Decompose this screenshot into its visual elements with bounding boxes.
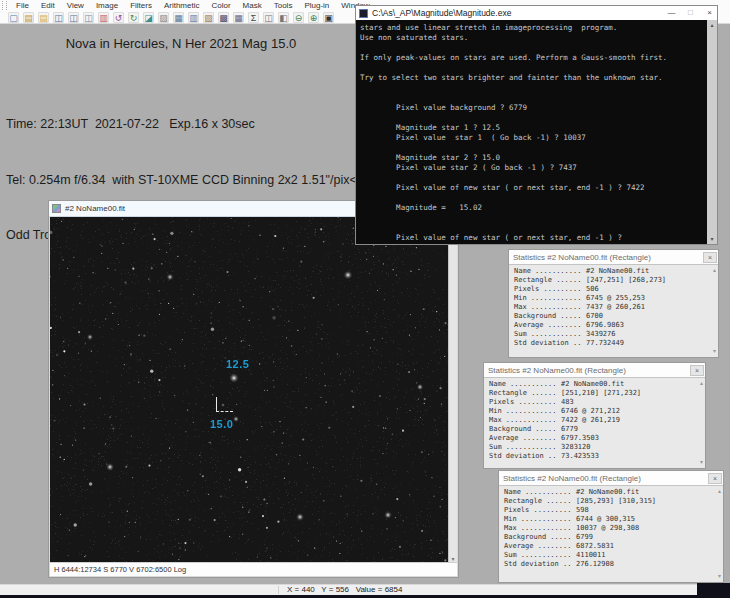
copy-icon[interactable]: ◪ [143, 12, 154, 23]
statistics-titlebar[interactable]: Statistics #2 NoName00.fit (Rectangle) × [499, 471, 723, 486]
scroll-up-icon[interactable]: ▴ [718, 487, 721, 494]
menu-item[interactable]: Image [90, 0, 124, 11]
stat-label: Pixels ......... [504, 506, 576, 515]
statistics-titlebar[interactable]: Statistics #2 NoName00.fit (Rectangle) × [484, 363, 705, 378]
table-row: Name ........... #2 NoName00.fit [489, 380, 695, 389]
console-line [360, 193, 707, 203]
stat-label: Std deviation .. [489, 452, 561, 461]
scroll-down-icon[interactable]: ▾ [707, 234, 717, 244]
console-line: Pixel value background ? 6779 [360, 103, 707, 113]
statistics-icon[interactable]: ▧ [203, 12, 214, 23]
close-button[interactable]: × [690, 365, 704, 376]
table-row: Pixels ......... 483 [489, 398, 695, 407]
stat-value: 6746 @ 271,212 [561, 407, 620, 416]
menu-item[interactable]: Filters [124, 0, 158, 11]
histogram-icon[interactable]: ▥ [188, 12, 199, 23]
statistics-titlebar[interactable]: Statistics #2 NoName00.fit (Rectangle) × [509, 250, 718, 265]
window-cascade-icon[interactable]: ◧ [278, 12, 289, 23]
stat-value: 3283120 [561, 443, 591, 452]
table-row: Average ........ 6796.9863 [514, 321, 708, 330]
stat-value: 6797.3503 [561, 434, 599, 443]
table-row: Sum ............ 3283120 [489, 443, 695, 452]
taskbar-corner [697, 583, 730, 598]
preview-icon[interactable]: ▩ [218, 12, 229, 23]
stat-value: 73.423533 [561, 452, 599, 461]
scroll-down-icon[interactable]: ▾ [718, 572, 721, 579]
zoom-out-icon[interactable]: ⊖ [293, 12, 304, 23]
table-row: Std deviation .. 276.12908 [504, 560, 713, 569]
console-line [360, 173, 707, 183]
undo-icon[interactable]: ↺ [113, 12, 124, 23]
console-line [360, 223, 707, 233]
statistics-title: Statistics #2 NoName00.fit (Rectangle) [488, 366, 626, 375]
scroll-up-icon[interactable]: ▴ [707, 20, 717, 30]
grid-icon[interactable]: ▦ [233, 12, 244, 23]
menu-item[interactable]: Tools [268, 0, 299, 11]
close-file-icon[interactable]: ▥ [98, 12, 109, 23]
image-file-icon [52, 204, 61, 213]
close-button[interactable]: × [708, 473, 722, 484]
console-line: stars and use linear stretch in imagepro… [360, 23, 707, 33]
menu-item[interactable]: Edit [35, 0, 61, 11]
save-copy-icon[interactable]: ◫ [83, 12, 94, 23]
stat-value: 4110011 [576, 551, 606, 560]
console-line: Try to select two stars brighter and fai… [360, 73, 707, 83]
image-status-bar: H 6444:12734 S 6770 V 6702:6500 Log [50, 562, 457, 576]
stat-value: #2 NoName00.fit [576, 488, 639, 497]
close-button[interactable]: × [702, 6, 717, 20]
star-field-canvas[interactable] [50, 217, 449, 564]
scroll-up-icon[interactable]: ▴ [700, 379, 703, 386]
stat-label: Sum ............ [514, 330, 586, 339]
table-row: Std deviation .. 77.732449 [514, 339, 708, 348]
table-row: Rectangle ...... [247,251] [268,273] [514, 276, 708, 285]
table-row: Max ............ 10037 @ 298,308 [504, 524, 713, 533]
console-line: Pixel value star 2 ( Go back -1 ) ? 7437 [360, 163, 707, 173]
nova-marker-icon [216, 397, 233, 412]
stat-value: 6745 @ 255,253 [586, 294, 645, 303]
statistics-window-1: Statistics #2 NoName00.fit (Rectangle) ×… [508, 249, 719, 358]
menu-item[interactable]: Plug-in [298, 0, 335, 11]
stat-label: Background ..... [489, 425, 561, 434]
new-file-icon[interactable]: ▢ [8, 12, 19, 23]
scroll-down-icon[interactable]: ▾ [700, 458, 703, 465]
menu-item[interactable]: Arithmetic [158, 0, 206, 11]
menu-item[interactable]: Color [205, 0, 236, 11]
minimize-button[interactable]: — [664, 6, 679, 20]
statistics-table: Name ........... #2 NoName00.fit Rectang… [499, 485, 713, 569]
zoom-in-icon[interactable]: ⊕ [308, 12, 319, 23]
stat-value: [285,293] [310,315] [576, 497, 656, 506]
stat-value: 6744 @ 300,315 [576, 515, 635, 524]
window-tile-icon[interactable]: ◫ [263, 12, 274, 23]
table-row: Name ........... #2 NoName00.fit [514, 267, 708, 276]
console-title: C:\As\_AP\Magnitude\Magnitude.exe [372, 8, 660, 18]
sigma-icon[interactable]: Σ [248, 12, 259, 23]
redo-icon[interactable]: ↻ [128, 12, 139, 23]
maximize-button[interactable]: □ [683, 6, 698, 20]
stat-label: Average ........ [489, 434, 561, 443]
close-button[interactable]: × [703, 252, 717, 263]
stat-value: 7437 @ 260,261 [586, 303, 645, 312]
paste-icon[interactable]: ▨ [158, 12, 169, 23]
scroll-up-icon[interactable]: ▴ [713, 266, 716, 274]
table-row: Min ............ 6746 @ 271,212 [489, 407, 695, 416]
console-line: Pixel value star 1 ( Go back -1) ? 10037 [360, 133, 707, 143]
menu-item[interactable]: File [10, 0, 35, 11]
stat-value: 6799 [576, 533, 593, 542]
open-recent-icon[interactable]: ▤ [38, 12, 49, 23]
save-as-icon[interactable]: ◫ [68, 12, 79, 23]
image-vertical-scrollbar[interactable]: ▴ ▾ [448, 217, 457, 564]
console-line: Use non saturated stars. [360, 33, 707, 43]
stat-label: Max ............ [504, 524, 576, 533]
fullscreen-icon[interactable]: ▣ [323, 12, 334, 23]
menu-item[interactable]: View [61, 0, 90, 11]
open-file-icon[interactable]: ▤ [23, 12, 34, 23]
scroll-down-icon[interactable]: ▾ [713, 347, 716, 354]
save-icon[interactable]: ◫ [53, 12, 64, 23]
console-scrollbar[interactable]: ▴ ▾ [707, 20, 717, 244]
stat-value: 6700 [586, 312, 603, 321]
menu-item[interactable]: Mask [237, 0, 268, 11]
console-titlebar[interactable]: C:\As\_AP\Magnitude\Magnitude.exe — □ × [356, 6, 717, 20]
table-icon[interactable]: ▦ [173, 12, 184, 23]
table-row: Name ........... #2 NoName00.fit [504, 488, 713, 497]
toolbar-grip-icon[interactable] [2, 1, 7, 10]
